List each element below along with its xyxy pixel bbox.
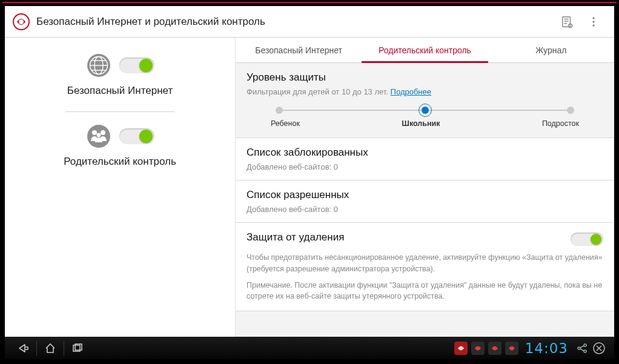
- nav-home-button[interactable]: [38, 339, 62, 357]
- slider-stop-teen[interactable]: [567, 107, 574, 114]
- svg-point-8: [592, 21, 594, 22]
- tab-parental-control[interactable]: Родительский контроль: [362, 38, 488, 62]
- section-allowed-list[interactable]: Список разрешенных Добавлено веб-сайтов:…: [236, 180, 614, 223]
- tab-label: Безопасный Интернет: [255, 45, 342, 55]
- svg-point-19: [97, 133, 101, 137]
- section-title: Защита от удаления: [247, 231, 344, 243]
- svg-line-25: [580, 346, 584, 348]
- level-slider[interactable]: Ребенок Школьник Подросток: [271, 110, 579, 128]
- sidebar-item-label: Родительский контроль: [64, 156, 176, 168]
- tray-icon[interactable]: [505, 342, 518, 355]
- tab-safe-internet[interactable]: Безопасный Интернет: [236, 38, 362, 62]
- svg-point-24: [584, 350, 586, 352]
- main-panel: Безопасный Интернет Родительский контрол…: [235, 38, 614, 337]
- tray-icon[interactable]: [471, 342, 485, 355]
- sidebar: Безопасный Интернет: [5, 38, 235, 337]
- svg-line-26: [580, 349, 584, 351]
- system-statusbar: 14:03: [5, 337, 614, 359]
- sidebar-item-parental-control[interactable]: Родительский контроль: [5, 123, 235, 179]
- protect-desc-2: Примечание. После активации функции "Защ…: [247, 280, 603, 303]
- close-icon[interactable]: [590, 339, 608, 357]
- slider-stop-child[interactable]: [276, 107, 283, 114]
- slider-label: Ребенок: [271, 119, 300, 128]
- tray-icon[interactable]: [488, 342, 501, 355]
- family-icon: [85, 123, 112, 150]
- section-subtitle: Добавлено веб-сайтов: 0: [247, 162, 603, 171]
- tab-label: Журнал: [535, 45, 566, 55]
- share-icon[interactable]: [574, 339, 590, 357]
- tray-app-icon[interactable]: [454, 342, 468, 355]
- app-logo-icon: [12, 13, 30, 31]
- svg-point-17: [92, 130, 97, 135]
- toggle-deletion-protection[interactable]: [571, 233, 603, 246]
- section-deletion-protection: Защита от удаления Чтобы предотвратить н…: [236, 223, 614, 311]
- app-header: Безопасный Интернет и родительский контр…: [5, 6, 614, 38]
- section-blocked-list[interactable]: Список заблокированных Добавлено веб-сай…: [236, 138, 614, 180]
- toggle-parental-control[interactable]: [119, 128, 154, 144]
- tab-journal[interactable]: Журнал: [488, 38, 614, 62]
- section-title: Список разрешенных: [247, 189, 603, 201]
- sidebar-item-label: Безопасный Интернет: [67, 85, 173, 97]
- svg-point-18: [101, 130, 105, 135]
- statusbar-clock: 14:03: [525, 340, 568, 356]
- slider-stop-schoolkid[interactable]: [422, 107, 429, 114]
- svg-point-1: [19, 19, 24, 24]
- sidebar-item-safe-internet[interactable]: Безопасный Интернет: [5, 52, 235, 108]
- content-scroll[interactable]: Уровень защиты Фильтрация для детей от 1…: [236, 63, 614, 337]
- globe-icon: [85, 52, 112, 79]
- slider-label: Подросток: [542, 119, 579, 128]
- sidebar-divider: [65, 111, 174, 112]
- tab-label: Родительский контроль: [379, 45, 471, 55]
- report-button[interactable]: [554, 8, 580, 35]
- tabs: Безопасный Интернет Родительский контрол…: [236, 38, 614, 63]
- app-title: Безопасный Интернет и родительский контр…: [36, 16, 554, 28]
- svg-point-7: [592, 17, 594, 19]
- toggle-safe-internet[interactable]: [119, 58, 154, 73]
- svg-rect-2: [563, 16, 571, 27]
- svg-point-22: [584, 344, 586, 346]
- nav-recents-button[interactable]: [65, 339, 90, 357]
- nav-back-button[interactable]: [11, 339, 35, 357]
- section-subtitle: Добавлено веб-сайтов: 0: [247, 205, 603, 214]
- svg-point-9: [592, 24, 594, 26]
- section-protection-level: Уровень защиты Фильтрация для детей от 1…: [236, 63, 614, 138]
- section-title: Список заблокированных: [247, 147, 603, 159]
- section-title: Уровень защиты: [247, 71, 603, 84]
- protect-desc-1: Чтобы предотвратить несанкционированное …: [247, 252, 603, 275]
- more-link[interactable]: Подробнее: [391, 87, 431, 96]
- overflow-menu-button[interactable]: [580, 8, 607, 35]
- svg-point-23: [578, 347, 580, 349]
- section-subtitle: Фильтрация для детей от 10 до 13 лет. По…: [247, 87, 603, 96]
- slider-label: Школьник: [402, 119, 440, 128]
